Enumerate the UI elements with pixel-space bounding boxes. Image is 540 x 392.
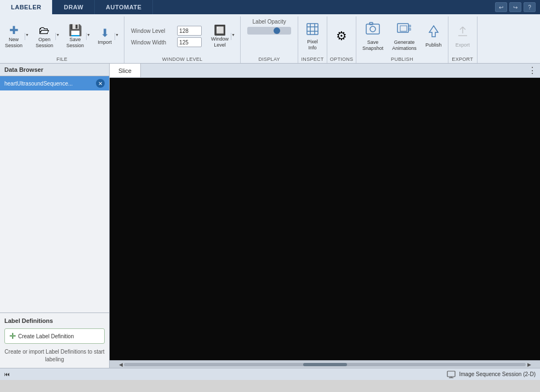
opacity-slider[interactable] (247, 27, 291, 35)
options-gear-icon: ⚙ (336, 30, 347, 42)
opacity-slider-container (247, 27, 291, 35)
new-session-button[interactable]: ✚ NewSession ▼ (2, 22, 32, 52)
tab-draw[interactable]: DRAW (53, 0, 95, 14)
window-level-preset-button[interactable]: 🔲 WindowLevel ▼ (208, 20, 238, 53)
svg-rect-60 (447, 371, 455, 377)
session-type-icon (447, 370, 456, 379)
open-session-label: OpenSession (36, 37, 53, 49)
publish-group-label: PUBLISH (359, 55, 446, 62)
svg-rect-10 (409, 25, 411, 27)
status-right: Image Sequence Session (2-D) (447, 370, 536, 379)
save-snapshot-label: SaveSnapshot (362, 39, 383, 52)
scroll-bar: ◀ ▶ (110, 360, 540, 368)
label-definitions-section: Label Definitions ✛ Create Label Definit… (0, 313, 109, 368)
options-button[interactable]: ⚙ (329, 27, 354, 46)
window-level-controls: Window Level Window Width (127, 18, 206, 55)
save-session-icon: 💾 (69, 25, 82, 36)
publish-buttons: SaveSnapshot GenerateAnimations (359, 18, 446, 55)
save-session-arrow[interactable]: ▼ (86, 33, 93, 40)
create-label-btn-label: Create Label Definition (18, 333, 74, 339)
import-icon: ⬇ (100, 27, 110, 38)
open-session-arrow[interactable]: ▼ (55, 33, 62, 40)
open-session-main: 🗁 OpenSession (33, 22, 55, 51)
redo-button[interactable]: ↪ (509, 2, 521, 12)
help-button[interactable]: ? (524, 2, 536, 12)
plus-icon: ✛ (9, 332, 16, 340)
undo-button[interactable]: ↩ (495, 2, 507, 12)
ribbon-file-group: ✚ NewSession ▼ 🗁 OpenSession ▼ 💾 SaveSes… (0, 16, 124, 63)
window-width-input[interactable] (177, 37, 202, 47)
sidebar-item-heart-ultrasound[interactable]: heartUltrasoundSequence... ✕ (0, 76, 109, 90)
save-session-button[interactable]: 💾 SaveSession ▼ (64, 22, 93, 52)
svg-rect-9 (400, 26, 407, 31)
ribbon-options-group: ⚙ OPTIONS (327, 16, 356, 63)
scroll-left-arrow[interactable]: ◀ (117, 361, 124, 368)
scroll-right-arrow[interactable]: ▶ (526, 361, 532, 368)
export-group-label: EXPORT (451, 55, 475, 62)
generate-animations-icon (397, 22, 411, 38)
slice-tab-options[interactable]: ⋮ (525, 64, 540, 77)
opacity-label: Label Opacity (247, 19, 291, 25)
display-group-label: DISPLAY (243, 55, 295, 62)
slice-tab-menu-icon[interactable]: ⋮ (528, 65, 537, 76)
ribbon-export-group: Export EXPORT (448, 16, 478, 63)
label-def-header: Label Definitions (4, 317, 105, 324)
display-controls: Label Opacity (243, 18, 295, 36)
save-snapshot-icon (366, 22, 380, 38)
export-label: Export (456, 42, 470, 48)
export-buttons: Export (451, 18, 475, 55)
options-buttons: ⚙ (329, 18, 354, 55)
status-bar: ⏮ Image Sequence Session (2-D) (0, 368, 540, 380)
window-level-label: Window Level (131, 28, 175, 34)
export-icon (456, 25, 470, 41)
generate-animations-button[interactable]: GenerateAnimations (388, 19, 420, 54)
ribbon-display-group: Label Opacity DISPLAY (241, 16, 298, 63)
export-button[interactable]: Export (451, 22, 475, 51)
import-main: ⬇ Import (95, 25, 115, 48)
tab-bar: LABELER DRAW AUTOMATE ↩ ↪ ? (0, 0, 540, 14)
scroll-thumb[interactable] (303, 363, 347, 366)
main-content: Data Browser heartUltrasoundSequence... … (0, 64, 540, 368)
window-level-preset-label: WindowLevel (211, 36, 229, 48)
ribbon-publish-group: SaveSnapshot GenerateAnimations (356, 16, 448, 63)
import-label: Import (98, 39, 112, 46)
svg-point-6 (370, 26, 376, 32)
publish-button[interactable]: Publish (422, 22, 446, 51)
window-level-preset-arrow[interactable]: ▼ (231, 33, 237, 40)
ultrasound-background (110, 78, 540, 360)
open-session-button[interactable]: 🗁 OpenSession ▼ (33, 22, 62, 52)
svg-rect-5 (366, 24, 379, 34)
window-width-row: Window Width (131, 37, 202, 47)
publish-icon (427, 25, 441, 41)
window-width-label: Window Width (131, 39, 175, 46)
import-button[interactable]: ⬇ Import ▼ (94, 25, 122, 48)
slice-tab[interactable]: Slice (110, 64, 141, 77)
session-type-label: Image Sequence Session (2-D) (459, 371, 536, 377)
options-group-label: OPTIONS (329, 55, 354, 62)
window-level-input[interactable] (177, 26, 202, 36)
sidebar-spacer (0, 90, 109, 313)
sidebar-item-label: heartUltrasoundSequence... (4, 81, 93, 87)
save-snapshot-button[interactable]: SaveSnapshot (359, 19, 387, 54)
scroll-track[interactable] (124, 363, 526, 366)
tab-automate[interactable]: AUTOMATE (95, 0, 153, 14)
svg-rect-7 (370, 22, 373, 25)
tab-labeler[interactable]: LABELER (0, 0, 53, 14)
inspect-group-label: INSPECT (300, 55, 325, 62)
viewport[interactable]: TIS0.4 MI 0.9 M4 (110, 78, 540, 360)
pixel-info-icon (306, 22, 319, 38)
create-label-definition-button[interactable]: ✛ Create Label Definition (4, 328, 105, 344)
sidebar: Data Browser heartUltrasoundSequence... … (0, 64, 110, 368)
viewer-area: Slice ⋮ TIS0.4 MI 0.9 (110, 64, 540, 368)
save-session-label: SaveSession (66, 37, 84, 49)
window-level-preset-main: 🔲 WindowLevel (209, 23, 231, 50)
remove-item-button[interactable]: ✕ (96, 79, 105, 88)
new-session-arrow[interactable]: ▼ (25, 33, 31, 40)
new-session-icon: ✚ (9, 25, 19, 36)
slice-tab-bar: Slice ⋮ (110, 64, 540, 78)
generate-animations-label: GenerateAnimations (392, 39, 417, 52)
nav-left-button[interactable]: ⏮ (4, 371, 10, 377)
window-level-row: Window Level (131, 26, 202, 36)
import-arrow[interactable]: ▼ (115, 33, 121, 40)
pixel-info-button[interactable]: PixelInfo (300, 20, 325, 54)
